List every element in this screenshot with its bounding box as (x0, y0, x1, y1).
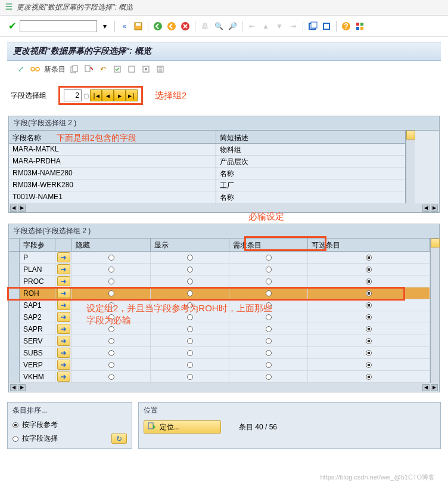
selection-row[interactable]: ROH (9, 287, 430, 299)
radio-icon[interactable] (366, 255, 372, 261)
opt-radio-cell[interactable] (308, 264, 430, 276)
command-dropdown-icon[interactable]: ▾ (99, 20, 111, 32)
detail-button[interactable] (55, 252, 72, 264)
display-radio-cell[interactable] (151, 264, 229, 276)
help-icon[interactable]: ? (340, 20, 352, 32)
radio-icon[interactable] (266, 338, 272, 344)
vertical-scrollbar[interactable] (406, 131, 415, 203)
field-name-cell[interactable]: RM03M-NAME280 (9, 168, 216, 179)
row-selector[interactable] (9, 371, 20, 383)
radio-icon[interactable] (187, 362, 193, 368)
radio-icon[interactable] (108, 350, 114, 356)
radio-off-icon[interactable] (13, 436, 18, 442)
req-radio-cell[interactable] (229, 359, 308, 371)
radio-icon[interactable] (108, 290, 114, 296)
field-name-cell[interactable]: RM03M-WERK280 (9, 179, 216, 191)
radio-icon[interactable] (266, 255, 272, 261)
find-icon[interactable]: 🔍 (213, 20, 225, 32)
radio-icon[interactable] (266, 290, 272, 296)
radio-icon[interactable] (108, 374, 114, 380)
new-session-icon[interactable] (307, 20, 319, 32)
column-config-icon[interactable] (431, 239, 440, 247)
detail-button[interactable] (55, 371, 72, 383)
display-radio-cell[interactable] (151, 335, 229, 347)
radio-icon[interactable] (187, 290, 193, 296)
display-radio-cell[interactable] (151, 323, 229, 335)
detail-button[interactable] (55, 264, 72, 276)
back-icon[interactable] (152, 20, 164, 32)
radio-icon[interactable] (366, 374, 372, 380)
field-name-cell[interactable]: T001W-NAME1 (9, 191, 216, 203)
selection-row[interactable]: SERV (9, 335, 430, 347)
new-entry-label[interactable]: 新条目 (44, 64, 66, 75)
radio-icon[interactable] (187, 350, 193, 356)
radio-icon[interactable] (187, 255, 193, 261)
row-selector[interactable] (9, 311, 20, 323)
radio-icon[interactable] (366, 326, 372, 332)
delete-icon[interactable] (83, 64, 94, 75)
req-radio-cell[interactable] (229, 287, 308, 299)
row-selector[interactable] (9, 347, 20, 359)
hidden-radio-cell[interactable] (72, 264, 151, 276)
detail-button[interactable] (55, 347, 72, 359)
sap-menu-icon[interactable] (5, 2, 13, 13)
column-config-icon[interactable] (406, 131, 415, 140)
opt-radio-cell[interactable] (308, 347, 430, 359)
radio-icon[interactable] (108, 278, 114, 284)
config-icon[interactable] (141, 64, 151, 75)
save-icon[interactable] (132, 20, 144, 32)
field-name-cell[interactable]: MARA-MATKL (9, 144, 216, 156)
radio-icon[interactable] (108, 326, 114, 332)
vertical-scrollbar[interactable] (430, 239, 439, 383)
row-selector[interactable] (9, 323, 20, 335)
display-radio-cell[interactable] (151, 371, 229, 383)
hidden-radio-cell[interactable] (72, 287, 151, 299)
detail-button[interactable] (55, 335, 72, 347)
display-radio-cell[interactable] (151, 359, 229, 371)
radio-icon[interactable] (366, 267, 372, 273)
req-radio-cell[interactable] (229, 252, 308, 264)
req-radio-cell[interactable] (229, 276, 308, 287)
radio-icon[interactable] (366, 278, 372, 284)
horizontal-scrollbar[interactable]: ◀ ▶ ◀ ▶ (9, 203, 439, 212)
selection-row[interactable]: SUBS (9, 347, 430, 359)
hidden-radio-cell[interactable] (72, 252, 151, 264)
req-radio-cell[interactable] (229, 335, 308, 347)
sort-by-sel-row[interactable]: 按字段选择 ↻ (13, 432, 127, 445)
refresh-icon[interactable]: ↻ (111, 434, 127, 444)
scroll-left-icon[interactable]: ◀ (10, 205, 17, 212)
horizontal-scrollbar[interactable]: ◀ ▶ ◀ ▶ (9, 383, 439, 392)
scroll-left2-icon[interactable]: ◀ (422, 205, 430, 212)
selection-row[interactable]: PROC (9, 276, 430, 287)
config2-icon[interactable] (155, 64, 166, 75)
select-all-icon[interactable] (112, 64, 123, 75)
radio-icon[interactable] (366, 350, 372, 356)
radio-icon[interactable] (108, 362, 114, 368)
opt-radio-cell[interactable] (308, 335, 430, 347)
page-down-icon[interactable]: ▼ (273, 20, 285, 32)
radio-icon[interactable] (366, 314, 372, 320)
row-selector[interactable] (9, 252, 20, 264)
hidden-radio-cell[interactable] (72, 276, 151, 287)
glasses-icon[interactable] (30, 64, 41, 75)
radio-icon[interactable] (108, 338, 114, 344)
exit-icon[interactable] (166, 20, 178, 32)
command-field[interactable] (20, 20, 97, 32)
row-selector[interactable] (9, 359, 20, 371)
radio-icon[interactable] (187, 326, 193, 332)
scroll-right-icon[interactable]: ▶ (18, 384, 26, 391)
radio-icon[interactable] (266, 267, 272, 273)
copy-icon[interactable] (69, 64, 80, 75)
radio-icon[interactable] (366, 302, 372, 308)
display-radio-cell[interactable] (151, 276, 229, 287)
opt-radio-cell[interactable] (308, 287, 430, 299)
row-selector[interactable] (9, 335, 20, 347)
scroll-left-icon[interactable]: ◀ (10, 384, 17, 391)
last-icon[interactable]: ▶| (126, 89, 138, 101)
radio-icon[interactable] (187, 338, 193, 344)
radio-icon[interactable] (266, 362, 272, 368)
radio-icon[interactable] (187, 314, 193, 320)
first-icon[interactable]: |◀ (90, 89, 102, 101)
radio-icon[interactable] (266, 314, 272, 320)
selection-row[interactable]: VERP (9, 359, 430, 371)
